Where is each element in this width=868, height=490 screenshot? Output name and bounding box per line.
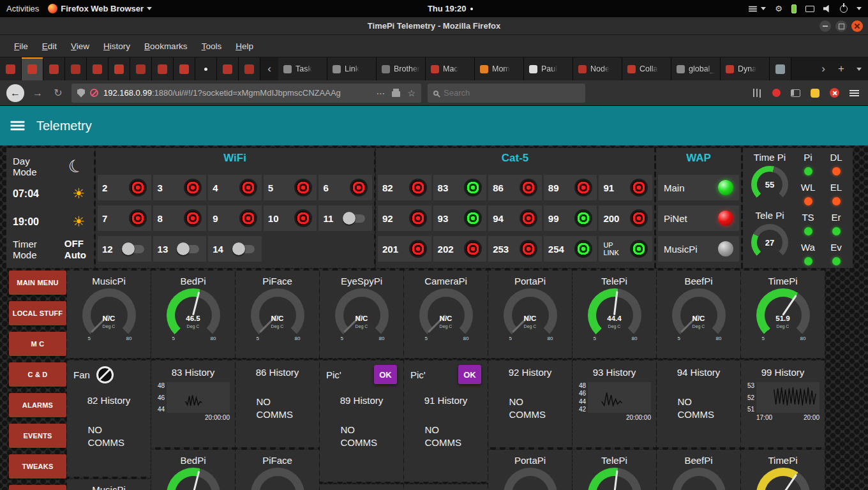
clock-button[interactable]: Thu 19:20 <box>428 4 473 13</box>
hamburger-menu-icon[interactable] <box>849 89 859 97</box>
tab[interactable] <box>152 57 174 80</box>
gauge-title: TelePi <box>572 450 656 466</box>
tab[interactable] <box>43 57 65 80</box>
menu-edit[interactable]: Edit <box>36 38 63 54</box>
app-menu-button[interactable]: Firefox Web Browser <box>48 4 152 13</box>
tab-scroll-right-button[interactable]: › <box>814 57 832 80</box>
reload-button[interactable]: ↻ <box>51 87 65 99</box>
battery-indicator[interactable] <box>791 4 797 13</box>
new-tab-button[interactable]: + <box>832 57 850 80</box>
shield-icon[interactable] <box>77 89 85 98</box>
pocket-icon[interactable] <box>811 89 819 98</box>
tab[interactable] <box>65 57 87 80</box>
tab[interactable] <box>217 57 239 80</box>
status-gauges: Time Pi55Tele Pi27 <box>745 151 794 268</box>
status-led-label: Wa <box>801 242 815 253</box>
sidebar-toggle-icon[interactable] <box>791 89 800 97</box>
volume-indicator[interactable] <box>823 5 831 13</box>
topbar-left: Activities Firefox Web Browser <box>6 4 152 13</box>
tab-favicon <box>27 64 37 74</box>
sidebar-button-c-d[interactable]: C & D <box>9 362 66 387</box>
bookmark-star-icon[interactable]: ☆ <box>407 88 415 98</box>
tab[interactable] <box>130 57 152 80</box>
chevron-down-icon[interactable] <box>857 7 862 10</box>
toggle-switch[interactable] <box>179 245 199 253</box>
toggle-switch[interactable] <box>345 214 365 223</box>
tab-dyna[interactable]: Dyna <box>721 57 770 80</box>
sidebar-button-partial[interactable] <box>9 485 66 490</box>
library-icon[interactable] <box>753 89 762 97</box>
sidebar-button-alarms[interactable]: ALARMS <box>9 393 66 417</box>
menu-file[interactable]: File <box>8 38 34 54</box>
toggle-switch[interactable] <box>234 245 255 253</box>
tab[interactable] <box>22 57 43 80</box>
forward-button[interactable]: → <box>31 87 45 99</box>
tab-global-s[interactable]: global_s <box>671 57 721 80</box>
status-led-label: Ev <box>830 242 842 253</box>
menu-bookmarks[interactable]: Bookmarks <box>138 38 194 54</box>
status-led-label: DL <box>830 152 842 163</box>
menu-tools[interactable]: Tools <box>195 38 228 54</box>
sidebar-button-local-stuff[interactable]: LOCAL STUFF <box>9 301 66 325</box>
tab-paul[interactable]: Paul <box>524 57 573 80</box>
gauge-title: BedPi <box>151 271 235 286</box>
power-menu[interactable] <box>840 5 848 13</box>
tab-task[interactable]: Task <box>278 57 327 80</box>
sidebar-button-tweaks[interactable]: TWEAKS <box>9 454 66 479</box>
blocked-content-icon[interactable] <box>90 89 98 97</box>
search-input[interactable] <box>444 88 580 98</box>
led-red-icon <box>239 209 257 227</box>
menu-view[interactable]: View <box>64 38 96 54</box>
tab[interactable] <box>770 57 791 80</box>
menu-history[interactable]: History <box>97 38 137 54</box>
input-source-menu[interactable] <box>748 5 766 13</box>
sidebar-button-main-menu[interactable]: MAIN MENU <box>9 271 66 295</box>
all-tabs-button[interactable] <box>850 57 868 80</box>
gear-icon[interactable]: ⚙ <box>775 4 782 13</box>
tab-node[interactable]: Node <box>573 57 622 80</box>
tab-mac[interactable]: Mac <box>426 57 475 80</box>
tab-mom[interactable]: Mom <box>475 57 524 80</box>
sidebar-button-events[interactable]: EVENTS <box>9 424 66 448</box>
tab[interactable] <box>0 57 22 80</box>
tab[interactable] <box>239 57 260 80</box>
indicator-cell-89: 89 <box>544 175 597 200</box>
dashboard-menu-icon[interactable] <box>11 120 25 131</box>
stop-button-icon[interactable] <box>830 88 839 98</box>
gauge-panel-timepi: TimePi51.9Deg C580 <box>741 271 825 358</box>
tab-scroll-left-button[interactable]: ‹ <box>260 57 278 80</box>
sidebar-button-m-c[interactable]: M C <box>9 332 66 356</box>
search-bar[interactable] <box>428 84 585 103</box>
tab[interactable] <box>174 57 195 80</box>
empty-cell <box>318 236 372 262</box>
chart-plot <box>588 382 651 413</box>
status-led-label: Pi <box>804 152 812 163</box>
toggle-switch[interactable] <box>124 245 144 253</box>
close-button[interactable] <box>851 20 863 32</box>
history-title: 93 History <box>572 367 656 378</box>
url-bar[interactable]: 192.168.0.99:1880/ui/#!/1?socketid=xMgmM… <box>71 84 421 103</box>
menu-help[interactable]: Help <box>229 38 260 54</box>
gauge-ring <box>251 468 304 490</box>
record-indicator-icon[interactable] <box>772 89 781 97</box>
back-button[interactable]: ← <box>6 84 24 102</box>
ok-button[interactable]: OK <box>458 365 481 384</box>
tab-colla[interactable]: Colla <box>622 57 671 80</box>
tab[interactable] <box>195 57 217 80</box>
printer-icon[interactable] <box>392 91 400 97</box>
dash-column-eyespypi: EyeSpyPiN/CDeg C580Pic'OK89 HistoryNO CO… <box>320 271 403 490</box>
tab[interactable] <box>108 57 130 80</box>
minimize-button[interactable] <box>819 20 831 32</box>
activities-button[interactable]: Activities <box>6 4 39 13</box>
tab-link[interactable]: Link <box>327 57 377 80</box>
maximize-button[interactable] <box>835 20 847 32</box>
tab-brother[interactable]: Brother <box>377 57 426 80</box>
ubuntu-top-bar: Activities Firefox Web Browser Thu 19:20… <box>0 0 868 17</box>
fan-row: Fan <box>67 360 151 389</box>
tab[interactable] <box>87 57 108 80</box>
led-green-icon <box>574 240 592 258</box>
network-indicator[interactable] <box>805 6 814 12</box>
tab-favicon <box>71 64 80 74</box>
page-actions-icon[interactable]: ⋯ <box>376 88 385 98</box>
ok-button[interactable]: OK <box>374 365 397 384</box>
